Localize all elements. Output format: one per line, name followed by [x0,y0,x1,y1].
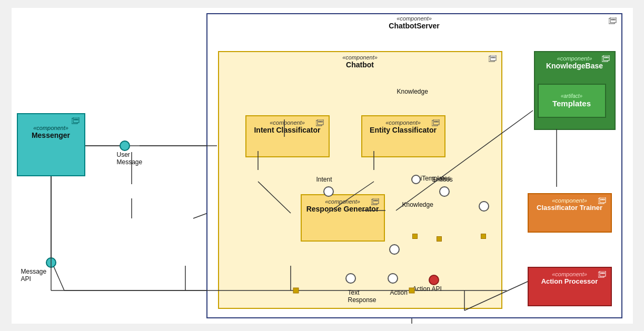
chatbot-server-icon [609,17,617,25]
knowledge-label-bottom: Knowledge [402,201,433,208]
chatbot-stereotype: «component» [219,54,501,61]
action-label: Action [390,289,408,296]
entity-classificator-icon [432,119,440,127]
knowledge-label-top: Knowledge [397,88,428,95]
diagram-container: «component» ChatbotServer «component» Ch… [12,8,633,324]
chatbot-server-label: «component» ChatbotServer [207,13,621,30]
assembly-square-2 [412,234,418,239]
knowledge-base-icon [602,55,610,63]
chatbot-title: Chatbot [219,61,501,69]
intent-circle [323,186,334,197]
templates-box: «artifact» Templates [538,84,606,118]
messenger-box: «component» Messenger [17,113,85,176]
chatbot-server-box: «component» ChatbotServer «component» Ch… [206,13,622,318]
messenger-stereotype: «component» [18,125,84,131]
entity-classificator-box: «component» Entity Classificator [361,115,445,157]
chatbot-label: «component» Chatbot [219,54,501,69]
entities-circle [439,186,450,197]
intent-classificator-icon [316,119,324,127]
response-generator-box: «component» Response Generator [301,194,385,242]
assembly-square-1 [481,234,486,239]
messenger-icon [72,117,80,125]
text-response-circle [345,273,356,284]
intent-label: Intent [316,176,332,183]
knowledge-base-box: «component» KnowledgeBase «artifact» Tem… [534,51,616,130]
user-message-label: UserMessage [117,151,143,166]
action-processor-box: «component» Action Processor [528,267,612,306]
text-response-label: TextResponse [348,289,377,304]
assembly-square-3 [437,236,442,242]
chatbot-server-stereotype: «component» [207,15,621,22]
itemplates-circle [411,175,421,184]
chatbot-icon [489,55,497,63]
action-circle-inner [388,273,398,284]
message-api-circle [46,257,56,268]
message-api-label: MessageAPI [21,268,47,283]
user-message-circle [120,141,130,151]
intent-classificator-box: «component» Intent Classificator [245,115,330,157]
knowledge-port-circle-inner [389,244,400,255]
classificator-trainer-icon [598,197,607,205]
action-api-label: Action API [413,285,442,293]
action-processor-icon [598,271,607,278]
action-api-circle [429,275,439,285]
messenger-title: Messenger [18,131,84,139]
chatbot-box: «component» Chatbot «component» Intent C… [218,51,502,309]
response-generator-icon [371,198,380,206]
classificator-trainer-box: «component» Classificator Trainer [528,193,612,233]
knowledge-port-circle [479,201,489,212]
messenger-label: «component» Messenger [18,125,84,139]
itemplates-label: iTemplates [421,175,451,182]
chatbot-server-title: ChatbotServer [207,22,621,30]
